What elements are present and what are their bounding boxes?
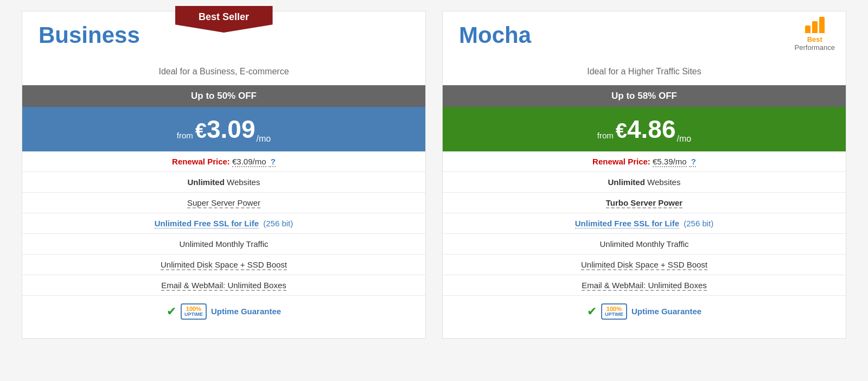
feature-text-mocha-5: Email & WebMail: Unlimited Boxes xyxy=(582,281,707,291)
feature-text-business-3: Unlimited Monthly Traffic xyxy=(180,239,269,249)
feature-row-business-2: Unlimited Free SSL for Life (256 bit) xyxy=(22,213,425,234)
renewal-price-business: €3.09/mo xyxy=(232,157,266,167)
feature-rest-business-0: Websites xyxy=(225,177,260,187)
feature-bold-business-0: Unlimited xyxy=(188,177,225,187)
feature-text-mocha-1: Turbo Server Power xyxy=(606,198,682,208)
bit-label-mocha: (256 bit) xyxy=(681,219,713,228)
feature-rest-mocha-0: Websites xyxy=(645,177,681,187)
feature-text-mocha-4: Unlimited Disk Space + SSD Boost xyxy=(581,260,707,270)
feature-text-business-1: Super Server Power xyxy=(187,198,260,208)
price-main-mocha: 4.86 xyxy=(627,115,676,143)
renewal-row-mocha: Renewal Price: €5.39/mo ? xyxy=(443,151,846,172)
discount-bar-business: Up to 50% OFF xyxy=(22,85,425,107)
feature-row-mocha-3: Unlimited Monthly Traffic xyxy=(443,234,846,255)
feature-row-mocha-2: Unlimited Free SSL for Life (256 bit) xyxy=(443,213,846,234)
ssl-link-business[interactable]: Unlimited Free SSL for Life xyxy=(155,219,259,228)
plan-header-mocha: MochaBest Performance xyxy=(443,11,846,60)
feature-row-mocha-0: Unlimited Websites xyxy=(443,172,846,193)
renewal-question-mocha[interactable]: ? xyxy=(689,157,696,167)
feature-row-business-1: Super Server Power xyxy=(22,193,425,213)
plan-subtitle-business: Ideal for a Business, E-commerce xyxy=(22,60,425,85)
best-performance-badge: Best Performance xyxy=(795,17,835,52)
price-bar-business[interactable]: from€3.09/mo xyxy=(22,107,425,151)
feature-row-business-4: Unlimited Disk Space + SSD Boost xyxy=(22,255,425,275)
plan-subtitle-mocha: Ideal for a Higher Traffic Sites xyxy=(443,60,846,85)
feature-row-mocha-4: Unlimited Disk Space + SSD Boost xyxy=(443,255,846,275)
plans-container: BusinessBest SellerIdeal for a Business,… xyxy=(22,11,846,339)
discount-bar-mocha: Up to 58% OFF xyxy=(443,85,846,107)
price-from-business: from xyxy=(177,131,193,140)
price-currency-mocha: € xyxy=(616,119,627,142)
uptime-link-mocha[interactable]: Uptime Guarantee xyxy=(631,307,701,316)
plan-card-business: BusinessBest SellerIdeal for a Business,… xyxy=(22,11,426,339)
uptime-row-business: ✔ 100% UPTIME Uptime Guarantee xyxy=(22,296,425,327)
checkmark-icon-business: ✔ xyxy=(167,304,176,319)
price-from-mocha: from xyxy=(597,131,614,140)
feature-text-business-5: Email & WebMail: Unlimited Boxes xyxy=(161,281,286,291)
renewal-price-mocha: €5.39/mo xyxy=(653,157,687,167)
uptime-link-business[interactable]: Uptime Guarantee xyxy=(211,307,281,316)
price-suffix-mocha: /mo xyxy=(677,134,692,143)
price-bar-mocha[interactable]: from€4.86/mo xyxy=(443,107,846,151)
ssl-link-mocha[interactable]: Unlimited Free SSL for Life xyxy=(575,219,679,228)
renewal-label-business: Renewal Price: xyxy=(172,157,230,166)
feature-text-mocha-3: Unlimited Monthly Traffic xyxy=(600,239,689,249)
feature-row-business-0: Unlimited Websites xyxy=(22,172,425,193)
renewal-row-business: Renewal Price: €3.09/mo ? xyxy=(22,151,425,172)
uptime-row-mocha: ✔ 100% UPTIME Uptime Guarantee xyxy=(443,296,846,327)
feature-row-mocha-5: Email & WebMail: Unlimited Boxes xyxy=(443,275,846,296)
price-main-business: 3.09 xyxy=(207,115,256,143)
renewal-question-business[interactable]: ? xyxy=(269,157,276,167)
plan-card-mocha: MochaBest PerformanceIdeal for a Higher … xyxy=(442,11,846,339)
feature-text-business-4: Unlimited Disk Space + SSD Boost xyxy=(161,260,287,270)
feature-row-mocha-1: Turbo Server Power xyxy=(443,193,846,213)
uptime-badge-business: 100% UPTIME xyxy=(181,303,207,320)
plan-title-mocha: Mocha xyxy=(459,22,829,48)
bit-label-business: (256 bit) xyxy=(261,219,293,228)
checkmark-icon-mocha: ✔ xyxy=(587,304,597,319)
renewal-label-mocha: Renewal Price: xyxy=(592,157,650,166)
price-currency-business: € xyxy=(195,119,207,142)
feature-row-business-5: Email & WebMail: Unlimited Boxes xyxy=(22,275,425,296)
feature-row-business-3: Unlimited Monthly Traffic xyxy=(22,234,425,255)
uptime-badge-mocha: 100% UPTIME xyxy=(601,303,627,320)
feature-bold-mocha-0: Unlimited xyxy=(608,177,645,187)
price-suffix-business: /mo xyxy=(257,134,271,143)
plan-header-business: BusinessBest Seller xyxy=(22,11,425,60)
